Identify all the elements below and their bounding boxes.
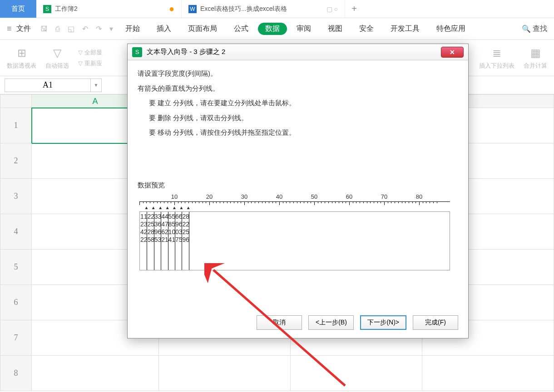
dropdown-list-icon: ≣ [492, 46, 501, 60]
ribbon-filter-all[interactable]: ▽全部显 [78, 49, 102, 57]
preview-cell: 42 [140, 228, 148, 236]
break-arrow-icon[interactable]: ▲ [144, 205, 148, 210]
undo-icon[interactable]: ↶ [79, 24, 91, 33]
break-arrow-icon[interactable]: ▲ [158, 205, 163, 210]
preview-cell: 66 [175, 213, 183, 220]
cell[interactable] [291, 356, 422, 391]
row-header[interactable]: 8 [0, 356, 32, 391]
menu-security[interactable]: 安全 [352, 24, 381, 34]
preview-cell: 53 [154, 236, 162, 244]
preview-cell: 25 [147, 220, 154, 228]
filter-all-icon: ▽ [78, 49, 83, 56]
ruler-number: 80 [416, 193, 422, 200]
menu-page[interactable]: 页面布局 [181, 24, 224, 34]
finish-button[interactable]: 完成(F) [413, 315, 458, 330]
row-header[interactable]: 3 [0, 179, 32, 214]
preview-cell: 47 [161, 220, 168, 228]
row-header[interactable]: 4 [0, 214, 32, 250]
preview-cell: 41 [168, 236, 176, 244]
dialog-buttons: 取消 <上一步(B) 下一步(N)> 完成(F) [257, 315, 458, 330]
row-header[interactable]: 6 [0, 285, 32, 320]
break-arrow-icon[interactable]: ▲ [151, 205, 156, 210]
cell[interactable] [422, 356, 554, 391]
ribbon-refilter[interactable]: ▽重新应 [78, 59, 102, 68]
menu-formula[interactable]: 公式 [227, 24, 256, 34]
search-icon: 🔍 [522, 24, 531, 33]
print-icon[interactable]: ⎙ [53, 25, 63, 33]
ribbon-merge[interactable]: ▦ 合并计算 [524, 46, 547, 70]
preview-cell: 55 [168, 213, 176, 220]
cell[interactable] [159, 356, 291, 391]
ribbon-insert-dd[interactable]: ≣ 插入下拉列表 [479, 46, 514, 70]
preview-cell: 03 [175, 228, 183, 236]
menu-start[interactable]: 开始 [118, 24, 147, 34]
select-all-corner[interactable] [0, 94, 32, 108]
preview-icon[interactable]: ◱ [65, 24, 77, 33]
break-arrow-icon[interactable]: ▲ [179, 205, 183, 210]
break-arrow-icon[interactable]: ▲ [186, 205, 191, 210]
save-icon[interactable]: 🖫 [38, 25, 50, 33]
menu-insert[interactable]: 插入 [149, 24, 178, 34]
text-import-wizard-dialog: S 文本导入向导 - 3 步骤之 2 ✕ 请设置字段宽度(列间隔)。 有箭头的垂… [127, 44, 469, 338]
dropdown-icon[interactable]: ▾ [107, 24, 116, 33]
ruler-number: 20 [206, 193, 213, 200]
namebox-dropdown[interactable]: ▼ [91, 78, 102, 92]
row-header[interactable]: 1 [0, 108, 32, 143]
menu-dev[interactable]: 开发工具 [383, 24, 427, 34]
dialog-hint: 有箭头的垂直线为分列线。 [138, 83, 458, 94]
back-button[interactable]: <上一步(B) [308, 315, 354, 330]
data-preview[interactable]: 1020304050607080▲▲▲▲▲▲▲ ▴ ▾ 112233445566… [138, 193, 458, 279]
preview-data-area[interactable]: ▴ ▾ 112233445566282325364785962242289662… [139, 211, 450, 270]
break-arrow-icon[interactable]: ▲ [165, 205, 170, 210]
preview-cell: 21 [161, 236, 168, 244]
search-label: 查找 [533, 24, 547, 34]
close-button[interactable]: ✕ [441, 47, 464, 58]
tab-excel-tips[interactable]: W Excel表格技巧...换成excel表格 ▢ ○ [182, 0, 345, 18]
dialog-titlebar[interactable]: S 文本导入向导 - 3 步骤之 2 ✕ [128, 44, 468, 60]
tab-window-icons: ▢ ○ [326, 5, 338, 13]
dialog-body: 请设置字段宽度(列间隔)。 有箭头的垂直线为分列线。 要 建立 分列线，请在要建… [128, 60, 468, 288]
preview-cell: 58 [147, 236, 154, 244]
menu-bar: ≡ 文件 🖫 ⎙ ◱ ↶ ↷ ▾ 开始 插入 页面布局 公式 数据 审阅 视图 … [0, 18, 554, 40]
cancel-button[interactable]: 取消 [257, 315, 302, 330]
menu-special[interactable]: 特色应用 [429, 24, 473, 34]
next-button[interactable]: 下一步(N)> [360, 315, 406, 330]
wps-sheet-icon: S [43, 5, 51, 13]
ruler-number: 50 [311, 193, 317, 200]
preview-cell: 96 [154, 228, 162, 236]
menu-search[interactable]: 🔍 查找 [522, 24, 547, 34]
new-tab-button[interactable]: + [345, 0, 363, 18]
preview-cell: 62 [161, 228, 168, 236]
dialog-hint: 要 移动 分列线，请按住分列线并拖至指定位置。 [138, 127, 458, 138]
break-arrow-icon[interactable]: ▲ [172, 205, 177, 210]
ruler-number: 60 [346, 193, 352, 200]
ruler-number: 70 [381, 193, 387, 200]
row-header[interactable]: 7 [0, 320, 32, 356]
name-box[interactable]: A1 [5, 78, 91, 92]
ruler-number: 30 [241, 193, 247, 200]
preview-cell: 96 [182, 236, 189, 244]
cell[interactable] [32, 356, 159, 391]
ruler[interactable]: 1020304050607080▲▲▲▲▲▲▲ [139, 193, 450, 207]
menu-data[interactable]: 数据 [258, 23, 287, 35]
merge-icon: ▦ [530, 46, 541, 60]
wps-writer-icon: W [188, 5, 197, 13]
hamburger-icon[interactable]: ≡ [7, 24, 12, 34]
ribbon-filter-group: ▽全部显 ▽重新应 [78, 49, 102, 68]
menu-file[interactable]: 文件 [16, 24, 31, 34]
row-header[interactable]: 2 [0, 143, 32, 179]
menu-view[interactable]: 视图 [321, 24, 350, 34]
menu-review[interactable]: 审阅 [289, 24, 318, 34]
preview-cell: 22 [140, 236, 148, 244]
ribbon-label: 数据透视表 [7, 62, 36, 70]
tab-home[interactable]: 首页 [0, 0, 36, 18]
ribbon-pivot[interactable]: ⊞ 数据透视表 [7, 46, 36, 70]
preview-cell: 36 [154, 220, 162, 228]
scrollbar-vertical[interactable]: ▴ ▾ [450, 212, 450, 270]
row-header[interactable]: 5 [0, 250, 32, 285]
tab-label: 工作簿2 [55, 5, 78, 13]
redo-icon[interactable]: ↷ [93, 24, 104, 33]
tab-workbook[interactable]: S 工作簿2 ● [36, 0, 182, 18]
ribbon-filter[interactable]: ▽ 自动筛选 [45, 46, 69, 70]
tab-bar: 首页 S 工作簿2 ● W Excel表格技巧...换成excel表格 ▢ ○ … [0, 0, 554, 18]
